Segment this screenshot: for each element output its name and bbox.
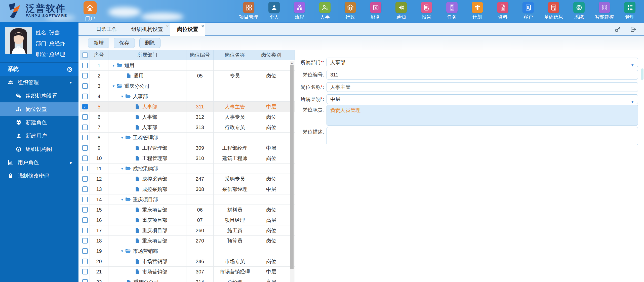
- post-name-input[interactable]: 人事主管: [327, 82, 638, 92]
- row-checkbox[interactable]: [82, 228, 88, 233]
- row-checkbox[interactable]: [82, 217, 88, 223]
- scrollbar-thumb[interactable]: [290, 65, 294, 269]
- row-checkbox[interactable]: ✓: [82, 104, 88, 109]
- row-checkbox[interactable]: [82, 269, 88, 274]
- table-row[interactable]: 22重庆分公司314总经理高层: [80, 277, 295, 282]
- sidebar-item-user[interactable]: 新建用户: [0, 129, 78, 142]
- document-icon: [499, 4, 506, 11]
- 新增-button[interactable]: 新增: [88, 38, 109, 48]
- nav-item-flow[interactable]: 流程: [287, 2, 312, 20]
- sidebar-item-github-circle[interactable]: 组织机构图: [0, 142, 78, 156]
- table-row[interactable]: 1▼通用: [80, 60, 295, 71]
- row-checkbox[interactable]: [82, 83, 88, 89]
- row-checkbox[interactable]: [82, 155, 88, 161]
- nav-item-speaker[interactable]: 通知: [388, 2, 414, 20]
- row-checkbox[interactable]: [82, 238, 88, 244]
- table-row[interactable]: 12成控采购部247采购专员岗位: [80, 174, 295, 184]
- row-checkbox[interactable]: [82, 125, 88, 130]
- table-row[interactable]: 2通用05专员岗位: [80, 71, 295, 81]
- row-checkbox[interactable]: [82, 166, 88, 171]
- sidebar-item-octocat[interactable]: 新建角色: [0, 116, 78, 129]
- tree-expand-icon[interactable]: ▼: [120, 198, 124, 202]
- tree-expand-icon[interactable]: ▼: [120, 136, 124, 140]
- nav-item-document[interactable]: 资料: [490, 2, 515, 20]
- category-select[interactable]: 中层▼: [327, 94, 638, 104]
- table-row[interactable]: 15重庆项目部06材料员岗位: [80, 205, 295, 215]
- tree-expand-icon[interactable]: ▼: [120, 167, 124, 171]
- nav-item-bookmark-sliders[interactable]: 任务: [439, 2, 465, 20]
- nav-item-code[interactable]: 智能建模: [592, 2, 617, 20]
- sidebar-item-bar-chart[interactable]: 用户角色▶: [0, 156, 78, 169]
- nav-item-doc-yen[interactable]: ¥基础信息: [541, 2, 566, 20]
- table-row[interactable]: 3▼重庆分公司: [80, 81, 295, 91]
- nav-item-person[interactable]: 个人: [261, 2, 287, 20]
- table-row[interactable]: 8▼工程管理部: [80, 133, 295, 143]
- post-code-input[interactable]: 311: [327, 70, 638, 79]
- nav-item-sliders[interactable]: 计划: [465, 2, 490, 20]
- tab-岗位设置[interactable]: 岗位设置×: [170, 23, 205, 35]
- table-row[interactable]: 6人事部312人事专员岗位: [80, 112, 295, 122]
- row-checkbox[interactable]: [82, 176, 88, 182]
- tab-日常工作[interactable]: 日常工作: [89, 23, 124, 35]
- table-row[interactable]: 16重庆项目部07项目经理高层: [80, 215, 295, 225]
- table-row[interactable]: 20市场营销部246市场专员岗位: [80, 256, 295, 267]
- nav-item-person-card[interactable]: 客户: [515, 2, 541, 20]
- sidebar-item-lock[interactable]: 强制修改密码: [0, 169, 78, 182]
- close-icon[interactable]: ×: [166, 24, 169, 28]
- row-checkbox[interactable]: [82, 279, 88, 282]
- table-row[interactable]: ✓5人事部311人事主管中层: [80, 102, 295, 112]
- row-checkbox[interactable]: [82, 94, 88, 99]
- scroll-up-arrow[interactable]: ▲: [290, 61, 294, 65]
- tree-expand-icon[interactable]: ▼: [120, 249, 124, 253]
- row-checkbox[interactable]: [82, 197, 88, 202]
- tree-expand-icon[interactable]: ▼: [120, 95, 124, 98]
- sidebar-item-sitemap[interactable]: 岗位设置: [0, 102, 78, 116]
- nav-item-gear[interactable]: 系统: [566, 2, 592, 20]
- sidebar-item-users-group[interactable]: 组织管理▼: [0, 76, 78, 89]
- nav-item-person-lines[interactable]: 人事: [312, 2, 338, 20]
- table-row[interactable]: 21市场营销部307市场营销经理中层: [80, 267, 295, 277]
- field-label-department: 所属部门*:: [295, 58, 324, 67]
- nav-item-doc-mic[interactable]: 报告: [414, 2, 439, 20]
- nav-item-list-arrows[interactable]: 管理: [617, 2, 642, 20]
- table-row[interactable]: 7人事部313行政专员岗位: [80, 122, 295, 133]
- row-checkbox[interactable]: [82, 259, 88, 264]
- chevron-down-icon[interactable]: ▼: [631, 61, 634, 70]
- table-row[interactable]: 9工程管理部309工程部经理中层: [80, 143, 295, 153]
- tab-组织机构设置[interactable]: 组织机构设置×: [124, 23, 170, 35]
- row-checkbox[interactable]: [82, 114, 88, 120]
- row-checkbox[interactable]: [82, 248, 88, 254]
- row-checkbox[interactable]: [82, 207, 88, 213]
- department-select[interactable]: 人事部▼: [327, 58, 638, 67]
- select-all-checkbox[interactable]: [82, 52, 88, 58]
- 保存-button[interactable]: 保存: [114, 38, 135, 48]
- table-row[interactable]: 10工程管理部310建筑工程师岗位: [80, 153, 295, 164]
- table-row[interactable]: 11▼成控采购部: [80, 164, 295, 174]
- nav-item-portal[interactable]: 门户: [83, 1, 98, 22]
- table-row[interactable]: 14▼重庆项目部: [80, 194, 295, 205]
- table-row[interactable]: 13成控采购部308采供部经理中层: [80, 184, 295, 194]
- 删除-button[interactable]: 删除: [139, 38, 160, 48]
- row-checkbox[interactable]: [82, 135, 88, 140]
- row-checkbox[interactable]: [82, 186, 88, 192]
- post-duty-textarea[interactable]: 负责人员管理: [327, 105, 638, 126]
- nav-item-money-box[interactable]: 财务: [363, 2, 388, 20]
- nav-item-layers[interactable]: 行政: [338, 2, 363, 20]
- row-checkbox[interactable]: [82, 73, 88, 78]
- nav-item-grid[interactable]: 项目管理: [236, 2, 261, 20]
- table-row[interactable]: 4▼人事部: [80, 91, 295, 102]
- grid-scrollbar[interactable]: ▲: [290, 61, 294, 282]
- tree-expand-icon[interactable]: ▼: [112, 64, 115, 67]
- tree-expand-icon[interactable]: ▼: [112, 84, 115, 88]
- table-row[interactable]: 17重庆项目部260施工员岗位: [80, 225, 295, 236]
- key-icon[interactable]: [614, 26, 621, 33]
- table-row[interactable]: 19▼市场营销部: [80, 246, 295, 256]
- row-checkbox[interactable]: [82, 145, 88, 151]
- gear-icon[interactable]: [66, 66, 73, 73]
- row-checkbox[interactable]: [82, 63, 88, 68]
- logout-icon[interactable]: [630, 26, 636, 33]
- table-row[interactable]: 18重庆项目部270预算员岗位: [80, 236, 295, 246]
- post-desc-textarea[interactable]: [327, 127, 638, 145]
- sidebar-item-gears[interactable]: 组织机构设置: [0, 89, 78, 102]
- close-icon[interactable]: ×: [201, 24, 204, 28]
